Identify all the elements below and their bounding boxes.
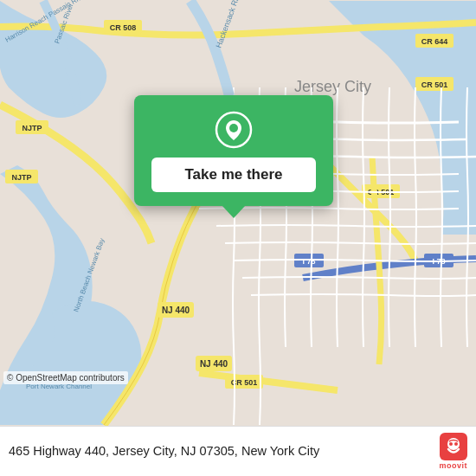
moovit-logo: moovit bbox=[439, 433, 467, 470]
svg-text:NJ 440: NJ 440 bbox=[162, 306, 190, 315]
svg-point-30 bbox=[229, 124, 238, 132]
svg-point-34 bbox=[454, 442, 458, 446]
svg-text:NJ 440: NJ 440 bbox=[200, 359, 228, 369]
attribution-text: © OpenStreetMap contributors bbox=[7, 373, 125, 383]
svg-text:NJTP: NJTP bbox=[22, 124, 42, 132]
popup-card: Take me there bbox=[134, 95, 333, 206]
svg-text:CR 501: CR 501 bbox=[421, 80, 448, 89]
svg-text:I 78: I 78 bbox=[302, 257, 315, 266]
moovit-icon bbox=[440, 433, 467, 460]
svg-point-33 bbox=[449, 442, 453, 446]
location-pin-icon bbox=[215, 111, 253, 149]
svg-text:NJTP: NJTP bbox=[11, 173, 31, 182]
moovit-label: moovit bbox=[439, 461, 467, 470]
address-text: 465 Highway 440, Jersey City, NJ 07305, … bbox=[9, 443, 430, 460]
map-attribution: © OpenStreetMap contributors bbox=[3, 371, 128, 384]
svg-text:CR 508: CR 508 bbox=[110, 23, 137, 32]
take-me-there-button[interactable]: Take me there bbox=[151, 158, 316, 192]
svg-text:Jersey City: Jersey City bbox=[294, 78, 371, 95]
svg-text:CR 644: CR 644 bbox=[421, 37, 448, 46]
app-container: NJ 440 NJ 440 NJTP NJTP CR 508 CR 501 I … bbox=[0, 0, 476, 476]
bottom-bar: 465 Highway 440, Jersey City, NJ 07305, … bbox=[0, 426, 476, 476]
map-area: NJ 440 NJ 440 NJTP NJTP CR 508 CR 501 I … bbox=[0, 0, 476, 426]
